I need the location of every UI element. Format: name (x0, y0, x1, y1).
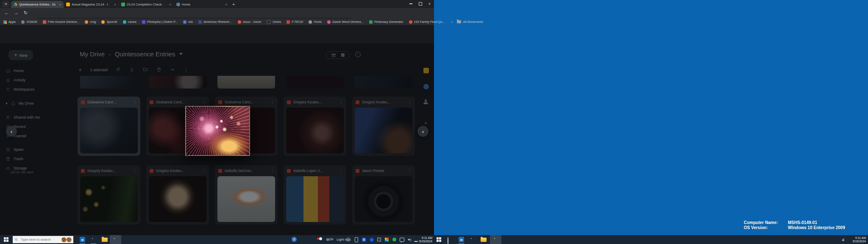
bookmark-label: VISION (26, 20, 37, 24)
computer-name-value: MSHS-0149-01 (788, 220, 845, 225)
volume-icon[interactable]: ◄) (407, 237, 412, 242)
bookmark-label: reb (188, 20, 193, 24)
back-button[interactable]: ← (4, 10, 9, 15)
favicon (142, 20, 145, 24)
bookmark-label: Free Invoice Genera... (48, 20, 80, 24)
taskbar-clock-2[interactable]: 9:11 AM 5/15/2024 (849, 236, 866, 243)
tab-title: Quintessence Entries - Google (19, 3, 56, 6)
weather-temp[interactable]: 60°F (326, 238, 334, 241)
bookmark-item[interactable]: canva (123, 20, 136, 24)
new-tab-button[interactable]: + (232, 2, 235, 7)
window-controls: × (409, 1, 431, 6)
reload-button[interactable]: ↻ (24, 10, 28, 16)
browser-window: Quintessence Entries - Google × Actual M… (0, 0, 434, 235)
bookmark-item[interactable]: VISION (21, 20, 37, 24)
bookmark-item[interactable]: Pictionary Generator (369, 20, 403, 24)
bookmark-item[interactable]: Fonts (309, 20, 322, 24)
os-version-value: Windows 10 Enterprise 2009 (788, 225, 845, 230)
start-button[interactable] (4, 237, 8, 242)
tab-search-button[interactable] (2, 1, 9, 7)
bookmark-label: American Rhetoric... (203, 20, 232, 24)
tab-actual-magazine[interactable]: Actual Magazine 23-24 - Goog × (64, 1, 119, 8)
bookmark-label: cmg (90, 20, 96, 24)
all-bookmarks-button[interactable]: All Bookmarks (457, 20, 483, 24)
previous-file-button[interactable]: ‹ (6, 126, 17, 137)
app-blue-icon[interactable]: D (362, 237, 366, 242)
bookmark-item[interactable]: American Rhetoric... (198, 20, 232, 24)
maximize-button[interactable] (419, 2, 422, 6)
next-file-button[interactable]: › (417, 126, 428, 137)
taskbar-search-box[interactable] (13, 236, 73, 243)
drive-preview-header: ← Giuluanna Canzoneri 6.PNG Search in Dr… (0, 25, 434, 43)
tab-close-icon[interactable]: × (59, 3, 61, 6)
status-green-icon[interactable] (392, 237, 397, 242)
favicon (287, 20, 290, 24)
bookmark-label: F FEUD (292, 20, 303, 24)
tab-close-icon[interactable]: × (114, 3, 116, 6)
bookmarks-right: » All Bookmarks (451, 20, 487, 24)
tab-close-icon[interactable]: × (169, 3, 171, 6)
pen-tray-icon[interactable]: & (841, 237, 846, 242)
bookmark-item[interactable]: Photopea | Online P... (142, 20, 178, 24)
bookmark-item[interactable]: F FEUD (287, 20, 303, 24)
bookmark-item[interactable]: Issuu - home (238, 20, 261, 24)
tab-home[interactable]: Home × (174, 1, 230, 8)
drive-icon (14, 3, 17, 6)
bookmark-item[interactable]: reb (183, 20, 193, 24)
outlook-icon[interactable]: o (80, 237, 85, 242)
outlook-icon-2[interactable]: o (459, 237, 464, 242)
bookmark-label: Omes (273, 20, 281, 24)
file-explorer-icon-2[interactable] (481, 238, 487, 242)
bookmark-item[interactable]: Apps (3, 20, 16, 24)
favicon (409, 20, 412, 24)
favicon (43, 20, 46, 24)
active-app-highlight (490, 235, 501, 244)
preview-image (185, 106, 250, 156)
start-button-2[interactable] (437, 237, 441, 242)
favicon (238, 20, 241, 24)
tab-quintessence-entries[interactable]: Quintessence Entries - Google × (11, 1, 64, 8)
bookmark-item[interactable]: cmg (85, 20, 96, 24)
tray-overflow-icon[interactable] (346, 237, 351, 242)
bookmarks-bar: Apps VISION Free Invoice Genera... cmg S… (0, 19, 434, 25)
tab-title: Home (182, 3, 190, 6)
microsoft-icon[interactable] (384, 237, 389, 242)
tab-close-icon[interactable]: × (225, 3, 227, 6)
favicon (123, 20, 126, 24)
sheets-icon (121, 3, 125, 6)
bookmark-label: Apps (8, 20, 16, 24)
bookmark-item[interactable]: Omes (267, 20, 281, 24)
close-button[interactable]: × (428, 2, 431, 6)
screen: Computer Name: MSHS-0149-01 OS Version: … (0, 0, 868, 244)
favicon (267, 20, 271, 24)
dropbox-icon[interactable] (369, 237, 374, 242)
os-version-label: OS Version: (744, 225, 788, 230)
bookmark-item[interactable]: Free Invoice Genera... (43, 20, 80, 24)
favicon (369, 20, 373, 24)
forward-button[interactable]: → (14, 10, 19, 15)
help-icon[interactable]: ? (292, 237, 297, 242)
clock-time: 9:11 AM (418, 236, 432, 240)
tab-title: 23-24 Completion Check - Goo (127, 3, 163, 6)
favicon (101, 20, 105, 24)
search-icon-2[interactable] (448, 237, 448, 244)
file-explorer-icon[interactable] (102, 238, 108, 242)
bookmark-item[interactable]: 115 Family Feud Qu... (409, 20, 445, 24)
bookmarks-overflow-icon[interactable]: » (451, 20, 453, 24)
minimize-button[interactable] (409, 3, 412, 4)
favicon (198, 20, 202, 24)
app-dark-icon[interactable] (377, 237, 381, 242)
favicon (21, 20, 25, 24)
bookmark-item[interactable]: Game Word Genera... (327, 20, 364, 24)
phone-icon[interactable] (354, 237, 359, 242)
bookmark-label: canva (128, 20, 136, 24)
taskbar-clock[interactable]: 9:11 AM 5/15/2024 (418, 236, 432, 243)
search-input[interactable] (20, 237, 60, 242)
tab-completion-check[interactable]: 23-24 Completion Check - Goo × (119, 1, 174, 8)
monitor-divider (434, 235, 434, 244)
computer-info-block: Computer Name: MSHS-0149-01 OS Version: … (744, 220, 845, 230)
apps-icon (3, 20, 7, 24)
cookie-graphic (67, 237, 72, 242)
chat-icon[interactable] (400, 237, 404, 242)
bookmark-item[interactable]: Sporcle (101, 20, 117, 24)
